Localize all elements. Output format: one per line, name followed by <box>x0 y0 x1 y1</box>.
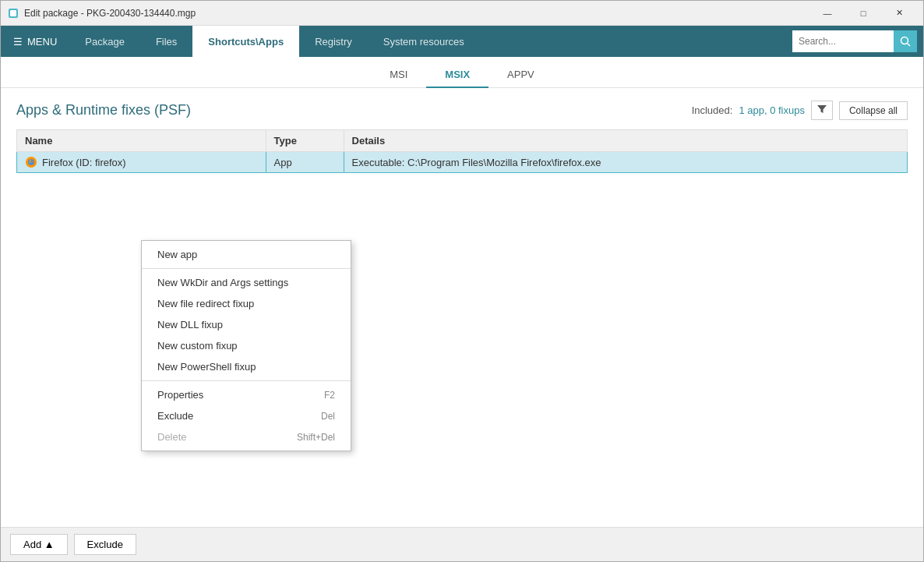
tab-registry[interactable]: Registry <box>299 26 368 57</box>
firefox-icon <box>25 156 37 168</box>
context-menu: New app New WkDir and Args settings New … <box>141 240 351 451</box>
search-box <box>792 30 917 52</box>
ctx-new-app[interactable]: New app <box>142 244 351 265</box>
ctx-properties-shortcut: F2 <box>324 390 335 401</box>
ctx-new-powershell[interactable]: New PowerShell fixup <box>142 356 351 377</box>
search-button[interactable] <box>894 30 917 52</box>
hamburger-icon: ☰ <box>13 36 23 48</box>
ctx-separator-2 <box>142 380 351 381</box>
tab-system-resources[interactable]: System resources <box>368 26 480 57</box>
col-name: Name <box>17 130 266 152</box>
tab-shortcuts[interactable]: Shortcuts\Apps <box>192 26 299 57</box>
subtab-appv[interactable]: APPV <box>488 62 553 88</box>
svg-point-2 <box>901 37 908 44</box>
included-value: 1 app, 0 fixups <box>739 104 805 116</box>
ctx-new-custom[interactable]: New custom fixup <box>142 335 351 356</box>
app-icon <box>7 7 19 19</box>
subtab-msix[interactable]: MSIX <box>426 62 488 88</box>
ctx-delete: Delete Shift+Del <box>142 426 351 447</box>
subtab-msi[interactable]: MSI <box>371 62 426 88</box>
main-content: Apps & Runtime fixes (PSF) Included: 1 a… <box>1 88 923 527</box>
window-title: Edit package - PKG-200430-134440.mgp <box>24 8 809 19</box>
collapse-all-button[interactable]: Collapse all <box>839 101 908 120</box>
ctx-properties[interactable]: Properties F2 <box>142 384 351 405</box>
apps-table: Name Type Details <box>16 129 908 173</box>
nav-tabs: Package Files Shortcuts\Apps Registry Sy… <box>69 26 792 57</box>
close-button[interactable]: ✕ <box>881 1 917 26</box>
ctx-delete-shortcut: Shift+Del <box>297 432 335 443</box>
row-details-cell: Executable: C:\Program Files\Mozilla Fir… <box>344 152 907 173</box>
svg-rect-1 <box>10 10 16 16</box>
table-row[interactable]: Firefox (ID: firefox) App Executable: C:… <box>17 152 908 173</box>
included-label: Included: <box>692 104 733 116</box>
col-type: Type <box>266 130 344 152</box>
menu-button[interactable]: ☰ MENU <box>1 26 69 57</box>
maximize-button[interactable]: □ <box>845 1 881 26</box>
bottom-bar: Add ▲ Exclude <box>1 527 923 561</box>
menubar: ☰ MENU Package Files Shortcuts\Apps Regi… <box>1 26 923 57</box>
add-button[interactable]: Add ▲ <box>10 534 68 555</box>
title-bar: Edit package - PKG-200430-134440.mgp — □… <box>1 1 923 26</box>
search-input[interactable] <box>792 30 894 52</box>
ctx-exclude-shortcut: Del <box>321 411 335 422</box>
content-area: Apps & Runtime fixes (PSF) Included: 1 a… <box>1 88 923 561</box>
svg-line-3 <box>908 44 911 47</box>
window-controls: — □ ✕ <box>809 1 917 26</box>
tab-package[interactable]: Package <box>69 26 140 57</box>
ctx-new-wkdir[interactable]: New WkDir and Args settings <box>142 272 351 293</box>
row-name-content: Firefox (ID: firefox) <box>25 156 258 168</box>
sub-tabs: MSI MSIX APPV <box>1 57 923 88</box>
svg-point-5 <box>28 159 34 165</box>
content-header: Apps & Runtime fixes (PSF) Included: 1 a… <box>16 101 908 120</box>
tab-files[interactable]: Files <box>140 26 192 57</box>
col-details: Details <box>344 130 907 152</box>
menu-label: MENU <box>27 36 57 48</box>
row-name-text: Firefox (ID: firefox) <box>42 157 126 168</box>
content-title: Apps & Runtime fixes (PSF) <box>16 102 191 118</box>
row-name-cell: Firefox (ID: firefox) <box>17 152 266 173</box>
content-meta: Included: 1 app, 0 fixups Collapse all <box>692 101 908 120</box>
ctx-new-dll[interactable]: New DLL fixup <box>142 314 351 335</box>
minimize-button[interactable]: — <box>809 1 845 26</box>
ctx-separator-1 <box>142 268 351 269</box>
exclude-button[interactable]: Exclude <box>74 534 136 555</box>
ctx-new-file-redirect[interactable]: New file redirect fixup <box>142 293 351 314</box>
filter-button[interactable] <box>811 101 833 120</box>
row-type-cell: App <box>266 152 344 173</box>
ctx-exclude[interactable]: Exclude Del <box>142 405 351 426</box>
